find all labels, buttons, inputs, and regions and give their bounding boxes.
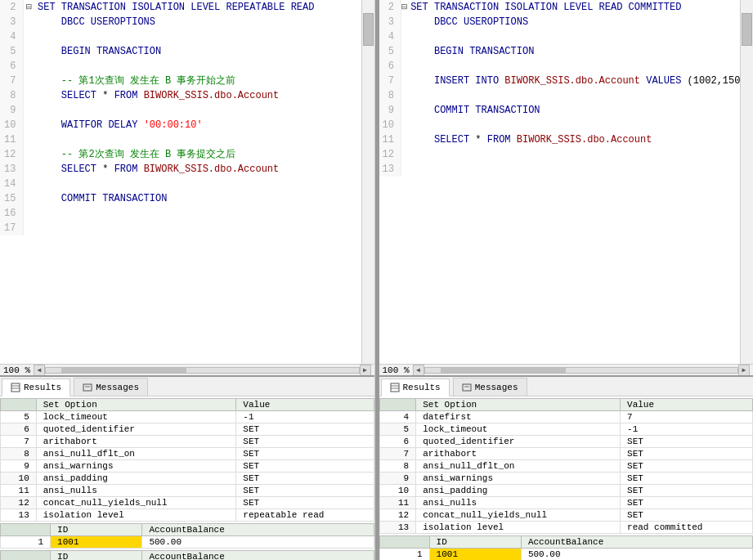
table-cell: arithabort bbox=[36, 436, 236, 448]
code-token: SELECT bbox=[38, 90, 96, 101]
code-token: SET TRANSACTION ISOLATION LEVEL REPEATAB… bbox=[38, 2, 314, 13]
code-token: BEGIN TRANSACTION bbox=[38, 46, 161, 57]
row-number: 7 bbox=[379, 448, 416, 460]
table-cell: ansi_warnings bbox=[416, 473, 621, 485]
right-tab-messages[interactable]: Messages bbox=[453, 378, 527, 396]
right-htrack[interactable] bbox=[424, 367, 738, 374]
right-results-area: Results Messages Set OptionValue4datefir… bbox=[379, 375, 754, 560]
collapse-icon[interactable]: ⊟ bbox=[401, 0, 407, 15]
table-cell: SET bbox=[236, 485, 374, 497]
left-tab-messages[interactable]: Messages bbox=[74, 378, 148, 396]
right-vscroll[interactable] bbox=[740, 0, 753, 364]
code-token: FROM bbox=[114, 164, 138, 175]
table-cell: 1001 bbox=[51, 536, 142, 549]
result-table-section: Set OptionValue5lock_timeout-16quoted_id… bbox=[0, 398, 374, 522]
code-line-row: 4 bbox=[379, 29, 741, 44]
left-results-scroll[interactable]: Set OptionValue5lock_timeout-16quoted_id… bbox=[0, 396, 374, 560]
collapse-icon bbox=[23, 206, 34, 221]
row-number: 10 bbox=[1, 473, 37, 485]
right-scroll-right[interactable]: ▶ bbox=[738, 365, 750, 376]
collapse-icon bbox=[23, 59, 34, 74]
row-num-header bbox=[1, 551, 51, 561]
code-token: WAITFOR DELAY bbox=[38, 119, 144, 131]
code-token: -- bbox=[38, 149, 78, 160]
code-line-row: 13 bbox=[379, 162, 741, 177]
line-number: 5 bbox=[379, 44, 401, 59]
row-num-header bbox=[1, 399, 37, 411]
table-row: 11001500.00 bbox=[1, 536, 374, 549]
code-content: COMMIT TRANSACTION bbox=[34, 191, 361, 206]
collapse-icon[interactable]: ⊟ bbox=[23, 0, 34, 15]
left-scroll-left[interactable]: ◀ bbox=[34, 365, 45, 376]
line-number: 2 bbox=[0, 0, 23, 15]
table-cell: datefirst bbox=[416, 411, 621, 423]
table-cell: concat_null_yields_null bbox=[416, 509, 621, 522]
collapse-icon bbox=[401, 162, 407, 177]
code-line-row: 3 DBCC USEROPTIONS bbox=[0, 15, 361, 29]
table-row: 6quoted_identifierSET bbox=[1, 423, 374, 436]
table-row: 5lock_timeout-1 bbox=[1, 411, 374, 423]
code-content: -- 第2次查询 发生在 B 事务提交之后 bbox=[34, 147, 361, 162]
table-cell: isolation level bbox=[36, 509, 236, 522]
code-content bbox=[407, 162, 740, 177]
line-number: 7 bbox=[379, 74, 401, 88]
table-header-row: IDAccountBalance bbox=[1, 551, 374, 561]
left-tab-results[interactable]: Results bbox=[2, 379, 70, 396]
right-tab-results[interactable]: Results bbox=[381, 379, 450, 396]
code-token: BIWORK_SSIS.dbo.Account bbox=[137, 164, 279, 175]
result-table-section: Set OptionValue4datefirst75lock_timeout-… bbox=[379, 398, 754, 534]
code-line-row: 10 WAITFOR DELAY '00:00:10' bbox=[0, 118, 361, 132]
right-hthumb[interactable] bbox=[441, 368, 566, 373]
code-line-row: 7 INSERT INTO BIWORK_SSIS.dbo.Account VA… bbox=[379, 74, 741, 88]
code-line-row: 11 bbox=[0, 132, 361, 147]
table-cell: SET bbox=[621, 509, 753, 522]
table-row: 12concat_null_yields_nullSET bbox=[1, 497, 374, 509]
left-code-scroll[interactable]: 2⊟SET TRANSACTION ISOLATION LEVEL REPEAT… bbox=[0, 0, 361, 364]
collapse-icon bbox=[23, 221, 34, 235]
row-number: 12 bbox=[379, 509, 416, 522]
left-scroll-right[interactable]: ▶ bbox=[360, 365, 371, 376]
code-token: BIWORK_SSIS.dbo.Account bbox=[499, 75, 646, 87]
line-number: 12 bbox=[379, 147, 401, 162]
table-cell: ansi_padding bbox=[36, 473, 236, 485]
left-vscroll[interactable] bbox=[361, 0, 374, 364]
code-content: -- 第1次查询 发生在 B 事务开始之前 bbox=[34, 74, 361, 88]
right-results-scroll[interactable]: Set OptionValue4datefirst75lock_timeout-… bbox=[379, 396, 754, 560]
code-token: 第1次查询 发生在 B 事务开始之前 bbox=[78, 75, 235, 87]
table-row: 13isolation levelread committed bbox=[379, 522, 753, 534]
right-code-scroll[interactable]: 2⊟SET TRANSACTION ISOLATION LEVEL READ C… bbox=[379, 0, 741, 364]
left-vscroll-thumb[interactable] bbox=[363, 13, 374, 46]
code-line-row: 8 SELECT * FROM BIWORK_SSIS.dbo.Account bbox=[0, 88, 361, 103]
line-number: 3 bbox=[379, 15, 401, 29]
table-cell: ansi_padding bbox=[416, 485, 621, 497]
table-row: 9ansi_warningsSET bbox=[379, 473, 753, 485]
code-content bbox=[34, 59, 361, 74]
column-header: ID bbox=[51, 524, 142, 536]
code-content bbox=[34, 29, 361, 44]
code-content bbox=[34, 132, 361, 147]
table-cell: quoted_identifier bbox=[416, 436, 621, 448]
right-scroll-left[interactable]: ◀ bbox=[413, 365, 424, 376]
row-number: 12 bbox=[1, 497, 37, 509]
left-hthumb[interactable] bbox=[61, 368, 186, 373]
left-results-wrapper: Set OptionValue5lock_timeout-16quoted_id… bbox=[0, 396, 374, 560]
code-token: * bbox=[96, 164, 114, 175]
right-vscroll-thumb[interactable] bbox=[742, 13, 752, 46]
messages-icon bbox=[83, 383, 92, 392]
code-token: BIWORK_SSIS.dbo.Account bbox=[137, 90, 279, 101]
line-number: 13 bbox=[379, 162, 401, 177]
result-table-section: IDAccountBalance11001500.00210021500.00 bbox=[0, 550, 374, 560]
code-content: SELECT * FROM BIWORK_SSIS.dbo.Account bbox=[34, 162, 361, 177]
collapse-icon bbox=[401, 147, 407, 162]
right-zoom: 100 % bbox=[383, 365, 410, 375]
code-content bbox=[407, 29, 740, 44]
code-token: BEGIN TRANSACTION bbox=[410, 46, 534, 57]
table-cell: SET bbox=[236, 436, 374, 448]
line-number: 10 bbox=[379, 118, 401, 132]
svg-rect-5 bbox=[391, 383, 399, 392]
code-line-row: 8 bbox=[379, 88, 741, 103]
row-number: 1 bbox=[379, 549, 429, 561]
line-number: 9 bbox=[0, 103, 23, 118]
table-row: 5lock_timeout-1 bbox=[379, 423, 753, 436]
left-htrack[interactable] bbox=[45, 367, 359, 374]
